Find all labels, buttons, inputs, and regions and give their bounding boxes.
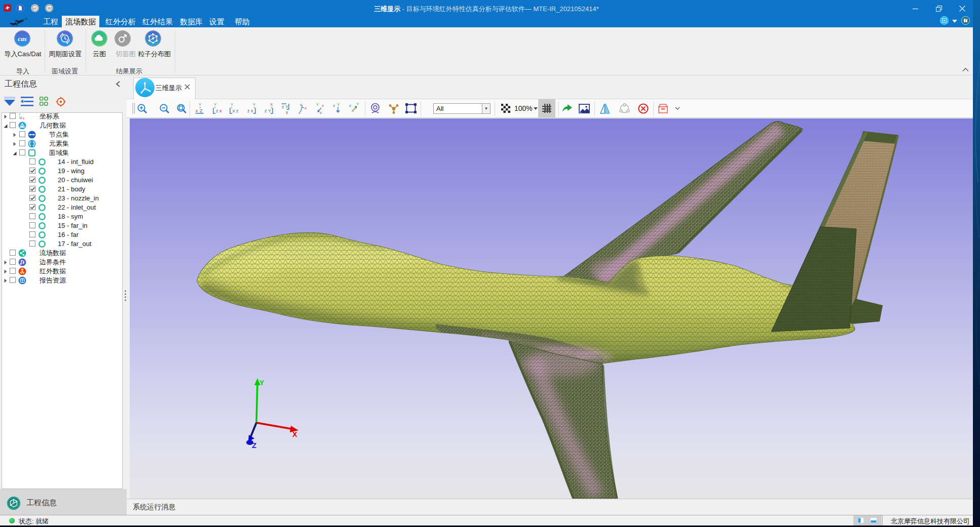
svg-text:x: x [251,108,253,113]
svg-text:x: x [196,108,198,113]
svg-text:Y: Y [253,102,256,107]
svg-text:x: x [23,116,25,120]
svg-text:x: x [219,108,222,113]
svg-text:x: x [322,103,324,108]
svg-text:Y: Y [214,102,217,107]
svg-text:Y: Y [337,102,340,107]
svg-text:z: z [265,108,267,113]
svg-text:z: z [216,108,218,113]
svg-text:X: X [270,102,273,107]
svg-text:x: x [233,108,235,113]
svg-text:x: x [352,108,354,113]
svg-text:cas: cas [18,35,26,43]
svg-text:z: z [236,108,239,113]
svg-text:z: z [247,108,250,113]
svg-text:X: X [292,430,297,438]
svg-text:Z: Z [252,441,256,450]
svg-text:Y: Y [316,102,319,107]
svg-text:z: z [320,110,322,115]
svg-text:Y: Y [356,102,359,106]
svg-text:Y: Y [231,102,234,107]
svg-text:z: z [298,110,300,115]
svg-text:z: z [349,103,351,108]
svg-text:z: z [282,104,284,109]
svg-text:Y: Y [268,108,271,113]
svg-text:Y: Y [285,104,288,109]
svg-text:z: z [333,103,335,108]
svg-text:Y: Y [259,379,265,387]
svg-text:z: z [20,116,22,119]
svg-text:Z: Z [200,108,203,113]
svg-text:x: x [305,106,307,110]
svg-text:Y: Y [199,102,202,107]
svg-text:x: x [286,110,288,115]
